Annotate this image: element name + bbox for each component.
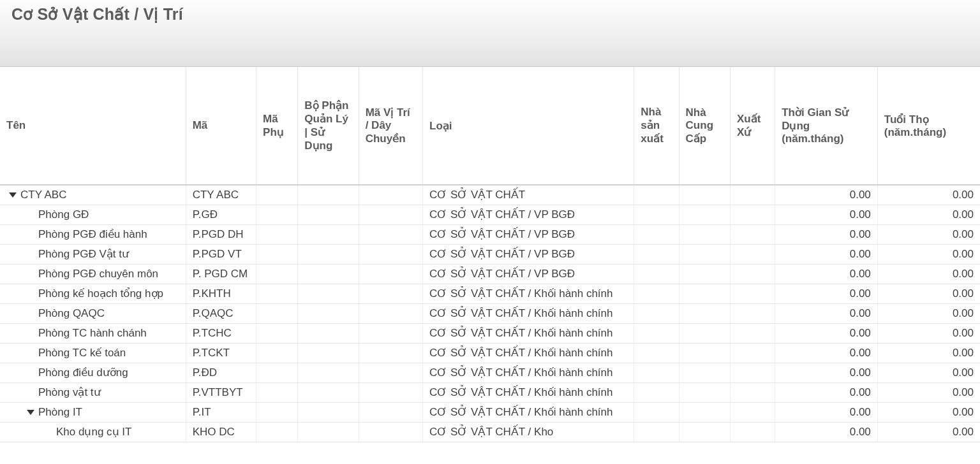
cell-name[interactable]: Phòng vật tư	[0, 382, 186, 402]
cell-name[interactable]: CTY ABC	[0, 185, 186, 205]
cell-life: 0.00	[877, 382, 980, 402]
page-title: Cơ Sở Vật Chất / Vị Trí	[11, 5, 969, 24]
cell-usage: 0.00	[775, 382, 878, 402]
cell-dept	[298, 422, 359, 442]
column-header[interactable]: Thời Gian Sử Dụng (năm.tháng)	[775, 67, 878, 185]
cell-supplier	[679, 284, 730, 303]
table-row[interactable]: Kho dụng cụ ITKHO DCCƠ SỞ VẬT CHẤT / Kho…	[0, 422, 980, 442]
row-name-text: Phòng PGĐ điều hành	[38, 228, 147, 241]
row-name-text: Phòng QAQC	[38, 307, 105, 320]
cell-poscode	[359, 363, 422, 382]
cell-aux	[256, 363, 298, 382]
cell-supplier	[679, 382, 730, 402]
row-name-text: Phòng TC kế toán	[38, 346, 126, 359]
cell-maker	[634, 402, 679, 422]
cell-maker	[634, 323, 679, 343]
cell-origin	[730, 343, 775, 363]
cell-maker	[634, 244, 679, 264]
cell-name[interactable]: Kho dụng cụ IT	[0, 422, 186, 442]
table-row[interactable]: Phòng kế hoạch tổng hợpP.KHTHCƠ SỞ VẬT C…	[0, 284, 980, 303]
column-header[interactable]: Mã Vị Trí / Dây Chuyền	[359, 67, 422, 185]
table-row[interactable]: Phòng QAQCP.QAQCCƠ SỞ VẬT CHẤT / Khối hà…	[0, 303, 980, 323]
cell-dept	[298, 244, 359, 264]
cell-name[interactable]: Phòng PGĐ điều hành	[0, 224, 186, 244]
cell-type: CƠ SỞ VẬT CHẤT / Khối hành chính	[423, 303, 634, 323]
column-header[interactable]: Nhà sản xuất	[634, 67, 679, 185]
cell-supplier	[679, 323, 730, 343]
cell-life: 0.00	[877, 343, 980, 363]
cell-name[interactable]: Phòng TC kế toán	[0, 343, 186, 363]
column-header[interactable]: Mã Phụ	[256, 67, 298, 185]
cell-usage: 0.00	[775, 303, 878, 323]
table-row[interactable]: Phòng PGĐ chuyên mônP. PGD CMCƠ SỞ VẬT C…	[0, 264, 980, 284]
cell-maker	[634, 264, 679, 284]
cell-aux	[256, 185, 298, 205]
column-header[interactable]: Tuổi Thọ (năm.tháng)	[877, 67, 980, 185]
table-row[interactable]: Phòng TC hành chánhP.TCHCCƠ SỞ VẬT CHẤT …	[0, 323, 980, 343]
column-header[interactable]: Mã	[186, 67, 256, 185]
row-name-text: Phòng vật tư	[38, 386, 101, 399]
column-header[interactable]: Loại	[423, 67, 634, 185]
cell-usage: 0.00	[775, 402, 878, 422]
table-row[interactable]: Phòng ITP.ITCƠ SỞ VẬT CHẤT / Khối hành c…	[0, 402, 980, 422]
cell-poscode	[359, 343, 422, 363]
cell-maker	[634, 224, 679, 244]
cell-type: CƠ SỞ VẬT CHẤT / Khối hành chính	[423, 363, 634, 382]
table-row[interactable]: Phòng PGĐ Vật tưP.PGD VTCƠ SỞ VẬT CHẤT /…	[0, 244, 980, 264]
cell-life: 0.00	[877, 323, 980, 343]
cell-name[interactable]: Phòng QAQC	[0, 303, 186, 323]
cell-usage: 0.00	[775, 343, 878, 363]
cell-maker	[634, 343, 679, 363]
cell-code: P.IT	[186, 402, 256, 422]
cell-poscode	[359, 382, 422, 402]
table-header-row: TênMãMã PhụBộ Phận Quản Lý | Sử DụngMã V…	[0, 67, 980, 185]
cell-dept	[298, 382, 359, 402]
cell-usage: 0.00	[775, 205, 878, 224]
cell-aux	[256, 224, 298, 244]
cell-name[interactable]: Phòng điều dưỡng	[0, 363, 186, 382]
table-row[interactable]: Phòng TC kế toánP.TCKTCƠ SỞ VẬT CHẤT / K…	[0, 343, 980, 363]
cell-name[interactable]: Phòng TC hành chánh	[0, 323, 186, 343]
cell-usage: 0.00	[775, 264, 878, 284]
column-header[interactable]: Nhà Cung Cấp	[679, 67, 730, 185]
row-name-text: Phòng PGĐ Vật tư	[38, 247, 129, 261]
cell-name[interactable]: Phòng PGĐ Vật tư	[0, 244, 186, 264]
cell-usage: 0.00	[775, 422, 878, 442]
expand-collapse-icon[interactable]	[9, 192, 17, 198]
cell-life: 0.00	[877, 303, 980, 323]
cell-name[interactable]: Phòng IT	[0, 402, 186, 422]
expand-collapse-icon[interactable]	[27, 410, 34, 415]
cell-usage: 0.00	[775, 185, 878, 205]
cell-maker	[634, 422, 679, 442]
table-row[interactable]: Phòng PGĐ điều hànhP.PGD DHCƠ SỞ VẬT CHẤ…	[0, 224, 980, 244]
column-header[interactable]: Tên	[0, 67, 186, 185]
cell-poscode	[359, 284, 422, 303]
table-row[interactable]: Phòng GĐP.GĐCƠ SỞ VẬT CHẤT / VP BGĐ0.000…	[0, 205, 980, 224]
cell-supplier	[679, 402, 730, 422]
cell-dept	[298, 185, 359, 205]
cell-poscode	[359, 224, 422, 244]
cell-name[interactable]: Phòng kế hoạch tổng hợp	[0, 284, 186, 303]
column-header[interactable]: Bộ Phận Quản Lý | Sử Dụng	[298, 67, 359, 185]
cell-origin	[730, 422, 775, 442]
cell-type: CƠ SỞ VẬT CHẤT / Khối hành chính	[423, 402, 634, 422]
cell-type: CƠ SỞ VẬT CHẤT / VP BGĐ	[423, 205, 634, 224]
cell-code: CTY ABC	[186, 185, 256, 205]
cell-name[interactable]: Phòng PGĐ chuyên môn	[0, 264, 186, 284]
table-row[interactable]: Phòng vật tưP.VTTBYTCƠ SỞ VẬT CHẤT / Khố…	[0, 382, 980, 402]
cell-usage: 0.00	[775, 224, 878, 244]
column-header[interactable]: Xuất Xứ	[730, 67, 775, 185]
table-body: CTY ABCCTY ABCCƠ SỞ VẬT CHẤT0.000.00Phòn…	[0, 185, 980, 442]
cell-poscode	[359, 323, 422, 343]
cell-name[interactable]: Phòng GĐ	[0, 205, 186, 224]
cell-supplier	[679, 205, 730, 224]
cell-origin	[730, 284, 775, 303]
cell-type: CƠ SỞ VẬT CHẤT / Kho	[423, 422, 634, 442]
cell-type: CƠ SỞ VẬT CHẤT	[423, 185, 634, 205]
cell-code: P.ĐD	[186, 363, 256, 382]
table-row[interactable]: Phòng điều dưỡngP.ĐDCƠ SỞ VẬT CHẤT / Khố…	[0, 363, 980, 382]
cell-code: P.PGD VT	[186, 244, 256, 264]
table-row[interactable]: CTY ABCCTY ABCCƠ SỞ VẬT CHẤT0.000.00	[0, 185, 980, 205]
cell-life: 0.00	[877, 224, 980, 244]
page-header: Cơ Sở Vật Chất / Vị Trí	[0, 0, 980, 67]
